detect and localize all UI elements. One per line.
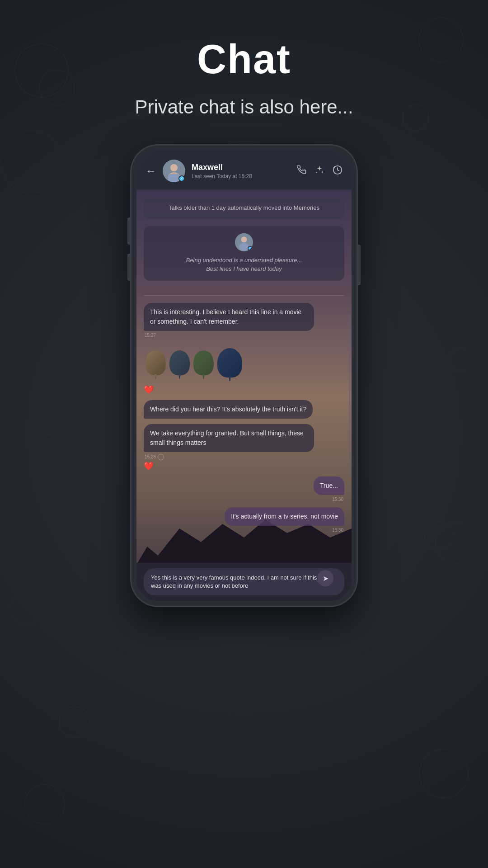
status-avatar-wrap [235,233,253,251]
heart-reaction-3: ❤️ [144,462,154,471]
balloon-2 [169,350,190,375]
system-notice: Talks older than 1 day automatically mov… [144,197,344,219]
page-title-area: Chat Private chat is also here... [0,0,488,118]
status-line2: Best lines I have heard today [186,264,302,274]
page-title: Chat [0,36,488,83]
message-row: It's actually from a tv series, not movi… [144,507,344,533]
message-text: It's actually from a tv series, not movi… [231,513,338,520]
reaction-row-1: ❤️ [144,385,344,395]
heart-reaction-1: ❤️ [144,385,154,394]
history-icon[interactable] [333,165,343,177]
balloon-image [144,345,344,381]
balloon-4 [217,348,242,377]
scroll-track [349,313,350,478]
input-wrapper: Yes this is a very very famous quote ind… [144,568,344,595]
reaction-row-3: ❤️ [144,461,154,471]
time-text: 15:30 [332,528,343,533]
message-time: 15:27 [144,333,156,338]
message-row: True... 15:30 [144,476,344,502]
message-text: True... [320,482,338,489]
message-bubble: This is interesting. I believe I heard t… [144,303,314,331]
avatar-wrapper [163,160,185,182]
header-info: Maxwell Last seen Today at 15:28 [192,163,291,179]
status-quote: Being understood is a underrated pleasur… [186,256,302,274]
time-text: 15:27 [145,333,156,338]
message-time: 15:28 [144,454,164,460]
header-icons [297,165,343,177]
svg-point-3 [170,164,178,171]
online-badge [178,175,185,182]
phone-screen: ← Maxwell [136,151,352,601]
message-row: Where did you hear this? It's absolutely… [144,400,344,419]
message-bubble: Where did you hear this? It's absolutely… [144,400,313,419]
message-input[interactable]: Yes this is a very very famous quote ind… [144,568,344,595]
chat-header: ← Maxwell [136,151,352,190]
message-bubble: We take everything for granted. But smal… [144,424,314,452]
status-avatar [235,233,253,251]
status-online-dot [248,246,253,251]
page-subtitle: Private chat is also here... [0,96,488,118]
back-button[interactable]: ← [145,165,156,177]
time-text: 15:28 [145,454,156,459]
balloon-3 [193,350,214,375]
delivery-icon [158,454,164,460]
messages-divider [144,295,344,296]
sparkle-icon[interactable] [314,165,324,177]
status-card: Being understood is a underrated pleasur… [144,226,344,281]
message-row: We take everything for granted. But smal… [144,424,344,471]
last-seen-text: Last seen Today at 15:28 [192,173,291,179]
message-bubble: It's actually from a tv series, not movi… [225,507,344,526]
time-text: 15:30 [332,497,343,502]
send-icon: ➤ [323,574,328,583]
phone-mockup: ← Maxwell [0,145,488,606]
chat-scroll-area[interactable]: Talks older than 1 day automatically mov… [136,190,352,563]
bottom-spacer [144,538,344,542]
balloon-1 [145,350,166,375]
phone-icon[interactable] [297,165,306,177]
message-text: We take everything for granted. But smal… [150,429,304,446]
message-bubble: True... [314,476,344,495]
input-text: Yes this is a very very famous quote ind… [151,574,317,589]
svg-point-7 [241,236,247,242]
chat-body: Talks older than 1 day automatically mov… [136,190,352,601]
message-row: This is interesting. I believe I heard t… [144,303,344,338]
status-line1: Being understood is a underrated pleasur… [186,256,302,265]
message-time: 15:30 [332,528,344,533]
phone-outer-frame: ← Maxwell [131,145,357,606]
message-text: Where did you hear this? It's absolutely… [150,406,306,413]
message-text: This is interesting. I believe I heard t… [150,308,301,325]
contact-name: Maxwell [192,163,291,172]
send-button[interactable]: ➤ [317,570,333,586]
message-time: 15:30 [332,497,344,502]
chat-input-area: Yes this is a very very famous quote ind… [136,563,352,601]
